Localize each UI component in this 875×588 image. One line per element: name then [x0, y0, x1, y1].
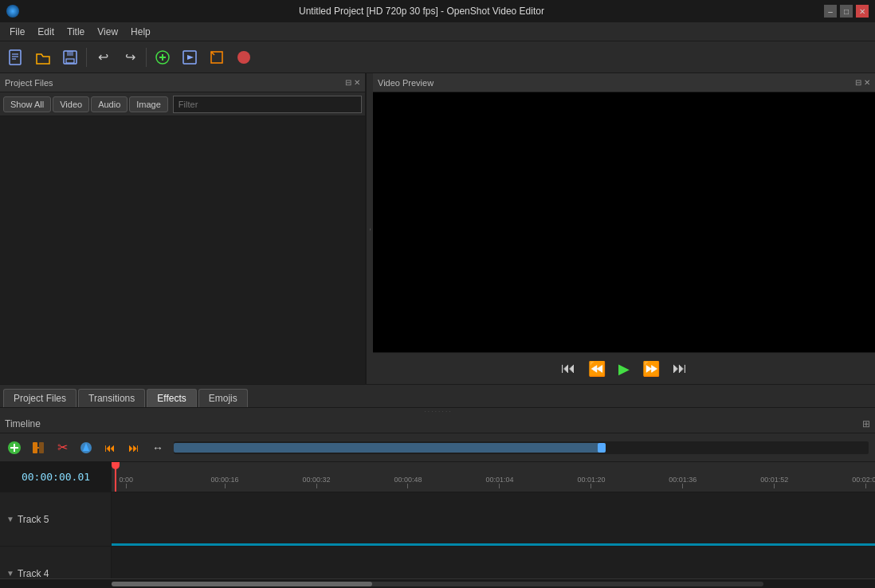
project-files-title: Project Files — [5, 78, 53, 88]
panel-minimize-icon[interactable]: ⊟ — [345, 78, 351, 87]
rewind-button[interactable]: ⏪ — [585, 359, 609, 379]
next-marker-icon: ⏭ — [128, 441, 139, 454]
filter-video[interactable]: Video — [53, 96, 89, 112]
menu-help[interactable]: Help — [124, 25, 157, 39]
filter-audio[interactable]: Audio — [91, 96, 128, 112]
center-playhead-button[interactable]: ↔ — [147, 437, 169, 459]
track5-arrow[interactable]: ▼ — [6, 515, 14, 523]
track-row-4: ▼ Track 4 — [0, 547, 875, 578]
fullscreen-button[interactable] — [204, 45, 230, 70]
top-panels: Project Files ⊟ ✕ Show All Video Audio I… — [0, 73, 875, 384]
export-button[interactable] — [177, 45, 202, 70]
svg-rect-6 — [66, 59, 74, 63]
fast-forward-button[interactable]: ⏩ — [639, 359, 663, 379]
timeline-scrollbar — [0, 578, 875, 588]
video-preview-header-icons: ⊟ ✕ — [855, 78, 870, 87]
tab-transitions[interactable]: Transitions — [78, 389, 145, 407]
menu-edit[interactable]: Edit — [31, 25, 61, 39]
time-display: 00:00:00.01 — [0, 462, 112, 492]
record-button[interactable] — [231, 45, 257, 70]
zoom-bar-handle[interactable] — [598, 443, 606, 453]
export-icon — [181, 49, 198, 66]
track5-content[interactable] — [112, 492, 875, 546]
import-icon — [154, 49, 171, 66]
project-files-panel: Project Files ⊟ ✕ Show All Video Audio I… — [0, 73, 367, 384]
timeline-zoom-bar[interactable] — [174, 441, 869, 454]
add-marker-icon — [78, 440, 94, 456]
ruler-mark-2: 00:00:32 — [303, 476, 331, 488]
ruler-mark-container: 0:00 00:00:16 00:00:32 00:00:48 — [112, 476, 875, 492]
undo-icon: ↩ — [98, 49, 108, 65]
ruler-mark-1: 00:00:16 — [211, 476, 239, 488]
bottom-tabs: Project Files Transitions Effects Emojis — [0, 384, 875, 408]
menu-view[interactable]: View — [91, 25, 124, 39]
close-button[interactable]: ✕ — [856, 5, 869, 18]
track-label-5: ▼ Track 5 — [0, 492, 112, 546]
timeline-section: Timeline ⊞ ✂ — [0, 414, 875, 588]
project-files-header: Project Files ⊟ ✕ — [0, 73, 365, 92]
toolbar-sep-2 — [146, 48, 147, 67]
track-label-4: ▼ Track 4 — [0, 547, 112, 578]
filter-image[interactable]: Image — [129, 96, 168, 112]
track4-name: Track 4 — [18, 568, 49, 579]
snap-button[interactable] — [27, 437, 49, 459]
timeline-expand-icon[interactable]: ⊞ — [862, 418, 870, 429]
panel-resize-handle[interactable]: · · · · · — [367, 73, 373, 384]
prev-marker-button[interactable]: ⏮ — [99, 437, 121, 459]
undo-button[interactable]: ↩ — [90, 45, 116, 70]
video-panel-close-icon[interactable]: ✕ — [864, 78, 870, 87]
center-icon: ↔ — [152, 441, 163, 454]
svg-point-14 — [237, 51, 250, 64]
new-project-button[interactable] — [3, 45, 29, 70]
jump-start-button[interactable]: ⏮ — [558, 359, 579, 378]
track4-content[interactable] — [112, 547, 875, 578]
filter-input[interactable] — [173, 96, 362, 113]
add-track-button[interactable] — [3, 437, 26, 459]
import-files-button[interactable] — [150, 45, 175, 70]
ruler-mark-0: 0:00 — [120, 476, 134, 488]
timeline-ruler: 00:00:00.01 0:00 00:00:16 — [0, 462, 875, 492]
video-panel-minimize-icon[interactable]: ⊟ — [855, 78, 861, 87]
timeline-title: Timeline — [5, 418, 41, 429]
save-project-button[interactable] — [57, 45, 83, 70]
add-marker-button[interactable] — [75, 437, 97, 459]
track4-arrow[interactable]: ▼ — [6, 569, 14, 578]
redo-button[interactable]: ↪ — [117, 45, 143, 70]
timeline-resize-handle[interactable]: · · · · · · · · — [0, 408, 875, 414]
razor-button[interactable]: ✂ — [51, 437, 73, 459]
filter-show-all[interactable]: Show All — [3, 96, 51, 112]
save-icon — [61, 49, 79, 66]
scrollbar-thumb[interactable] — [112, 582, 372, 586]
toolbar-sep-1 — [86, 48, 87, 67]
menu-file[interactable]: File — [3, 25, 31, 39]
svg-rect-18 — [33, 442, 37, 453]
ruler-mark-8: 00:02:08 — [852, 476, 875, 488]
scrollbar-track[interactable] — [112, 582, 763, 586]
title-text: Untitled Project [HD 720p 30 fps] - Open… — [26, 6, 818, 17]
window-controls: – □ ✕ — [824, 5, 869, 18]
ruler-mark-7: 00:01:52 — [760, 476, 788, 488]
tab-effects[interactable]: Effects — [147, 389, 196, 407]
restore-button[interactable]: □ — [840, 5, 853, 18]
tab-emojis[interactable]: Emojis — [198, 389, 248, 407]
ruler-mark-4: 00:01:04 — [485, 476, 513, 488]
timeline-content: 00:00:00.01 0:00 00:00:16 — [0, 462, 875, 588]
main-toolbar: ↩ ↪ — [0, 41, 875, 73]
play-button[interactable]: ▶ — [615, 359, 633, 379]
timeline-tracks: ▼ Track 5 ▼ Track 4 — [0, 492, 875, 578]
minimize-button[interactable]: – — [824, 5, 837, 18]
tab-project-files[interactable]: Project Files — [3, 389, 77, 407]
video-preview-panel: Video Preview ⊟ ✕ ⏮ ⏪ ▶ ⏩ ⏭ — [373, 73, 875, 384]
next-marker-button[interactable]: ⏭ — [123, 437, 145, 459]
menu-title[interactable]: Title — [61, 25, 91, 39]
titlebar: Untitled Project [HD 720p 30 fps] - Open… — [0, 0, 875, 22]
open-project-button[interactable] — [30, 45, 56, 70]
timeline-toolbar: ✂ ⏮ ⏭ ↔ — [0, 433, 875, 462]
record-icon — [235, 49, 253, 66]
ruler-mark-3: 00:00:48 — [394, 476, 422, 488]
jump-end-button[interactable]: ⏭ — [669, 359, 690, 378]
panel-close-icon[interactable]: ✕ — [354, 78, 360, 87]
new-project-icon — [7, 49, 25, 66]
ruler-marks[interactable]: 0:00 00:00:16 00:00:32 00:00:48 — [112, 462, 875, 492]
video-preview-header: Video Preview ⊟ ✕ — [373, 73, 875, 92]
